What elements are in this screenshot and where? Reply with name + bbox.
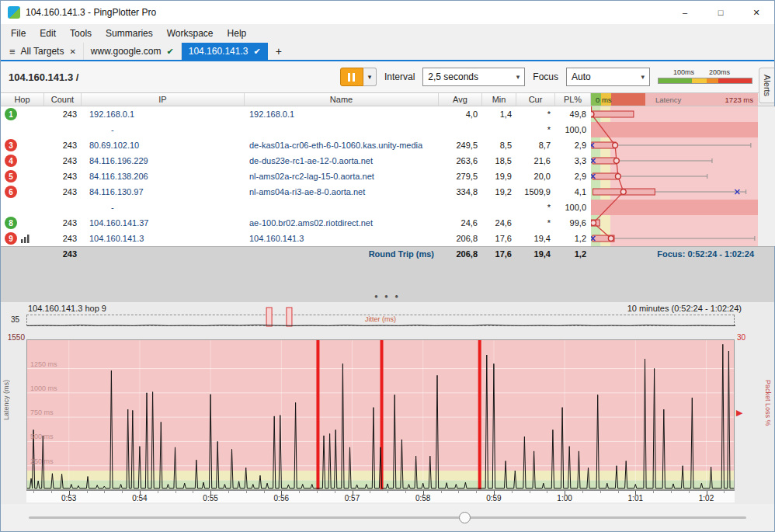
- minor-tick: [600, 491, 601, 493]
- menu-edit[interactable]: Edit: [33, 25, 63, 42]
- chevron-down-icon: ▾: [641, 73, 645, 81]
- scrollbar-thumb[interactable]: [459, 512, 471, 523]
- pl-cell: 2,9: [555, 169, 591, 184]
- timeline-graph-icon: [21, 234, 30, 243]
- gridline-label: 1000 ms: [30, 384, 57, 392]
- pause-dropdown-button[interactable]: ▾: [363, 68, 377, 86]
- maximize-button[interactable]: □: [703, 1, 739, 24]
- cur-cell: 19,4: [516, 231, 555, 246]
- header-latency[interactable]: 0 ms Latency 1723 ms: [591, 93, 775, 106]
- menu-summaries[interactable]: Summaries: [99, 25, 160, 42]
- minor-tick: [530, 491, 530, 493]
- count-cell: 243: [44, 231, 82, 246]
- minor-tick: [458, 491, 459, 493]
- min-cell: 19,9: [482, 169, 516, 184]
- focus-value: Auto: [572, 71, 591, 82]
- hop-latency-graph[interactable]: [591, 106, 775, 246]
- focus-select[interactable]: Auto ▾: [566, 68, 650, 86]
- tab-www-google-com[interactable]: www.google.com ✔: [84, 43, 182, 60]
- minor-tick: [370, 491, 370, 493]
- hop-number-cell: 8: [1, 215, 44, 231]
- pl-cell: 4,1: [555, 184, 591, 200]
- scroll-right-arrow-icon[interactable]: ▶: [736, 408, 742, 418]
- avg-cell: 4,0: [439, 106, 482, 122]
- latency-min-label: 0 ms: [596, 96, 612, 104]
- close-tab-icon[interactable]: ✕: [69, 47, 75, 56]
- minor-tick: [653, 491, 654, 493]
- timeline-graph-svg: [26, 339, 735, 490]
- timeline-title: 104.160.141.3 hop 9: [28, 304, 106, 313]
- check-icon: ✔: [167, 47, 174, 57]
- alerts-tab[interactable]: Alerts: [759, 68, 774, 103]
- gridline-label: 500 ms: [30, 433, 54, 440]
- interval-select[interactable]: 2,5 seconds ▾: [422, 68, 525, 86]
- header-ip[interactable]: IP: [82, 93, 245, 106]
- minimize-button[interactable]: –: [667, 1, 703, 24]
- cur-cell: *: [516, 122, 555, 137]
- minor-tick: [547, 491, 547, 493]
- footer-round-trip-label: Round Trip (ms): [245, 247, 439, 260]
- hop-badge: 9: [5, 232, 17, 245]
- hamburger-icon[interactable]: ≡: [9, 46, 16, 57]
- pause-button[interactable]: [340, 68, 363, 86]
- ip-cell: 84.116.130.97: [82, 184, 245, 200]
- legend-100ms-label: 100ms: [673, 68, 694, 76]
- minor-tick: [264, 491, 265, 493]
- new-tab-button[interactable]: +: [268, 43, 290, 60]
- tab-label: www.google.com: [91, 46, 162, 57]
- minor-tick: [317, 491, 318, 493]
- menu-help[interactable]: Help: [221, 25, 254, 42]
- menu-tools[interactable]: Tools: [63, 25, 99, 42]
- minor-tick: [158, 491, 158, 493]
- header-cur[interactable]: Cur: [516, 93, 555, 106]
- avg-cell: 249,5: [439, 137, 482, 153]
- minor-tick: [104, 491, 105, 493]
- latency-title: Latency: [655, 96, 681, 104]
- avg-cell: [439, 200, 482, 215]
- splitter[interactable]: ● ● ●: [1, 260, 774, 302]
- hop-badge: 6: [5, 186, 17, 198]
- menu-workspace[interactable]: Workspace: [160, 25, 221, 42]
- avg-cell: 279,5: [439, 169, 482, 184]
- header-avg[interactable]: Avg: [439, 93, 482, 106]
- name-cell: [245, 200, 439, 215]
- count-cell: 243: [44, 137, 82, 153]
- ip-cell: -: [82, 122, 245, 137]
- header-count[interactable]: Count: [44, 93, 82, 106]
- count-cell: 243: [44, 184, 82, 200]
- close-button[interactable]: ✕: [739, 1, 774, 24]
- footer-min: 17,6: [482, 247, 516, 260]
- tab-all-targets[interactable]: ≡ All Targets ✕: [2, 43, 84, 60]
- avg-cell: 334,8: [439, 184, 482, 200]
- minor-tick: [87, 491, 88, 493]
- jitter-strip: Jitter (ms): [26, 315, 735, 326]
- header-name[interactable]: Name: [245, 93, 439, 106]
- header-min[interactable]: Min: [482, 93, 516, 106]
- pl-cell: 100,0: [555, 200, 591, 215]
- minor-tick: [33, 491, 34, 493]
- tab-current-target[interactable]: 104.160.141.3 ✔: [182, 43, 268, 60]
- tab-label: 104.160.141.3: [189, 46, 248, 57]
- cur-cell: 20,0: [516, 169, 555, 184]
- footer-spacer: [1, 247, 44, 260]
- latency-scale-legend: 100ms 200ms: [658, 68, 752, 85]
- scrollbar-track[interactable]: [29, 516, 746, 519]
- min-cell: 19,2: [482, 184, 516, 200]
- avg-cell: 263,6: [439, 153, 482, 169]
- minor-tick: [228, 491, 229, 493]
- hop-number-cell: 4: [1, 153, 44, 169]
- tab-label: All Targets: [21, 46, 64, 57]
- hop-badge: 5: [5, 170, 17, 183]
- min-cell: 17,6: [482, 231, 516, 246]
- gridline-label: 250 ms: [30, 457, 54, 465]
- x-tick-label: 1:00: [557, 494, 572, 502]
- header-pl[interactable]: PL%: [555, 93, 591, 106]
- footer-avg: 206,8: [439, 247, 482, 260]
- menu-file[interactable]: File: [4, 25, 33, 42]
- header-hop[interactable]: Hop: [1, 93, 44, 106]
- x-tick-label: 0:56: [274, 494, 289, 502]
- timeline-graph[interactable]: 1250 ms1000 ms750 ms500 ms250 ms: [26, 339, 735, 490]
- window-controls: – □ ✕: [667, 1, 774, 24]
- avg-cell: 24,6: [439, 215, 482, 231]
- x-tick-label: 0:54: [132, 494, 147, 502]
